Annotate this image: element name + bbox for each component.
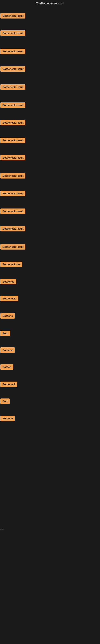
bottleneck-badge[interactable]: Bott <box>0 398 10 404</box>
bottleneck-badge[interactable]: Bottleneck result <box>0 208 25 214</box>
bottleneck-badge[interactable]: Bottlen <box>0 364 13 370</box>
bottleneck-item: Bottleneck result <box>0 84 25 90</box>
bottleneck-item: Bottleneck result <box>0 244 25 250</box>
bottleneck-badge[interactable]: Bottl <box>0 331 10 336</box>
bottleneck-item: Bottleneck res <box>0 262 22 268</box>
site-header: TheBottlenecker.com <box>0 0 100 8</box>
bottleneck-item: Bottleneck result <box>0 30 25 37</box>
bottleneck-item: Bottleneck result <box>0 138 25 144</box>
tiny-label: store <box>0 529 3 530</box>
bottleneck-badge[interactable]: Bottleneck result <box>0 13 25 18</box>
bottleneck-item: Bottlen <box>0 364 13 370</box>
bottleneck-badge[interactable]: Bottleneck result <box>0 84 25 90</box>
bottleneck-badge[interactable]: Bottlene <box>0 347 15 353</box>
bottleneck-badge[interactable]: Bottleneck result <box>0 66 25 72</box>
bottleneck-item: Bottlenec <box>0 279 16 285</box>
bottleneck-badge[interactable]: Bottleneck result <box>0 102 25 108</box>
bottleneck-badge[interactable]: Bottleneck result <box>0 49 25 54</box>
bottleneck-item: Bottleneck result <box>0 173 25 179</box>
bottleneck-item: Bottleneck result <box>0 13 25 19</box>
bottleneck-badge[interactable]: Bottleneck result <box>0 155 25 160</box>
bottleneck-item: Bottlene <box>0 416 15 422</box>
bottleneck-badge[interactable]: Bottlene <box>0 313 15 318</box>
bottleneck-badge[interactable]: Bottleneck result <box>0 30 25 36</box>
bottleneck-item: Bottleneck result <box>0 208 25 215</box>
bottleneck-item: Bottleneck result <box>0 120 25 126</box>
items-container: Bottleneck resultBottleneck resultBottle… <box>0 8 100 644</box>
bottleneck-item: Bottleneck result <box>0 49 25 55</box>
bottleneck-badge[interactable]: Bottleneck result <box>0 120 25 126</box>
bottleneck-item: Bottleneck <box>0 382 17 388</box>
bottleneck-badge[interactable]: Bottlene <box>0 416 15 421</box>
bottleneck-badge[interactable]: Bottleneck result <box>0 173 25 178</box>
bottleneck-item: Bottleneck r <box>0 296 18 302</box>
bottleneck-badge[interactable]: Bottlenec <box>0 279 16 284</box>
bottleneck-item: Bottleneck result <box>0 102 25 109</box>
bottleneck-item: Bottleneck result <box>0 155 25 161</box>
bottleneck-badge[interactable]: Bottleneck <box>0 382 17 387</box>
bottleneck-item: Bottl <box>0 331 10 337</box>
bottleneck-item: Bottlene <box>0 313 15 320</box>
bottleneck-item: Bottleneck result <box>0 226 25 232</box>
site-title: TheBottlenecker.com <box>36 2 64 5</box>
bottleneck-item: Bott <box>0 398 10 405</box>
bottleneck-badge[interactable]: Bottleneck res <box>0 262 22 267</box>
bottleneck-badge[interactable]: Bottleneck r <box>0 296 18 301</box>
bottleneck-badge[interactable]: Bottleneck result <box>0 226 25 232</box>
bottleneck-item: Bottlene <box>0 347 15 354</box>
bottleneck-badge[interactable]: Bottleneck result <box>0 244 25 250</box>
bottleneck-item: Bottleneck result <box>0 66 25 72</box>
bottleneck-badge[interactable]: Bottleneck result <box>0 138 25 143</box>
bottleneck-item: Bottleneck result <box>0 191 25 197</box>
bottleneck-badge[interactable]: Bottleneck result <box>0 191 25 196</box>
